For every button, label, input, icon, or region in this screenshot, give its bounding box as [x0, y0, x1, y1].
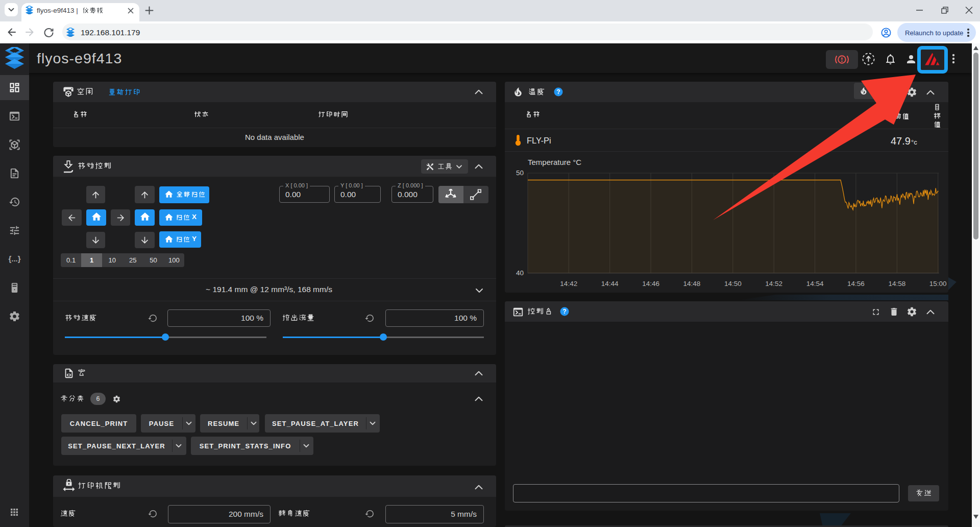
svg-text:?: ?	[562, 308, 566, 315]
